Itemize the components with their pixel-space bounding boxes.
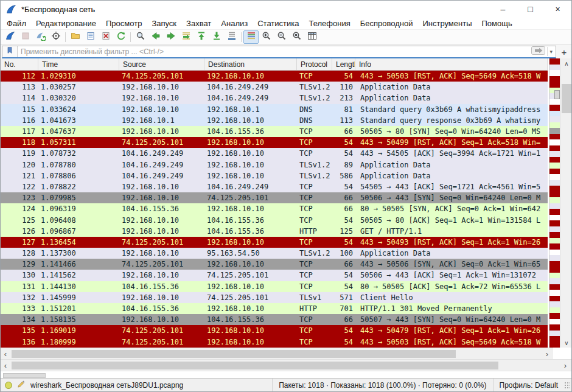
menu-item-0[interactable]: Файл bbox=[2, 18, 31, 29]
go-top-button[interactable] bbox=[194, 30, 209, 44]
packet-row[interactable]: 1241.096319104.16.155.36192.168.10.10TCP… bbox=[1, 203, 548, 214]
packet-row[interactable]: 1251.096408192.168.10.10104.16.155.36TCP… bbox=[1, 214, 548, 225]
resize-grip[interactable] bbox=[564, 382, 570, 389]
packet-row[interactable]: 1231.079985192.168.10.1074.125.205.101TC… bbox=[1, 192, 548, 203]
profile-selector[interactable]: Профиль: Default bbox=[493, 379, 565, 391]
capture-comment-pencil-icon[interactable] bbox=[17, 380, 26, 390]
vertical-scrollbar-thumb[interactable] bbox=[562, 84, 571, 113]
auto-scroll-button[interactable] bbox=[224, 30, 239, 44]
packet-no: 115 bbox=[1, 105, 38, 114]
packet-row[interactable]: 1361.18099974.125.205.101192.168.10.10TC… bbox=[1, 337, 548, 348]
packet-row[interactable]: 1181.05731174.125.205.101192.168.10.10TC… bbox=[1, 137, 548, 148]
packet-row[interactable]: 1201.078780104.16.249.249192.168.10.10TL… bbox=[1, 159, 548, 170]
capture-options-button[interactable] bbox=[48, 30, 63, 44]
find-packet-button[interactable] bbox=[133, 30, 148, 44]
apply-filter-button[interactable] bbox=[531, 46, 546, 58]
minimap-stripe bbox=[549, 238, 560, 244]
packet-row[interactable]: 1321.145999192.168.10.1074.125.205.101TL… bbox=[1, 292, 548, 303]
packet-row[interactable]: 1171.047637192.168.10.10104.16.155.36TCP… bbox=[1, 126, 548, 137]
horizontal-scrollbar-thumb[interactable] bbox=[12, 350, 456, 358]
go-back-button[interactable] bbox=[148, 30, 163, 44]
zoom-reset-icon bbox=[292, 31, 302, 43]
go-forward-button[interactable] bbox=[163, 30, 178, 44]
zoom-reset-button[interactable] bbox=[289, 30, 304, 44]
column-header-destination[interactable]: Destination bbox=[204, 58, 297, 70]
menu-item-2[interactable]: Просмотр bbox=[101, 18, 147, 29]
reload-file-button[interactable] bbox=[113, 30, 128, 44]
horizontal-scrollbar-thumb[interactable] bbox=[12, 362, 498, 369]
minimap-stripe bbox=[549, 290, 560, 296]
packet-no: 116 bbox=[1, 116, 38, 125]
start-capture-button[interactable] bbox=[2, 30, 18, 44]
horizontal-scrollbar-list[interactable]: ‹ › bbox=[1, 348, 553, 359]
open-file-button[interactable] bbox=[68, 30, 83, 44]
packet-row[interactable]: 1291.14146674.125.205.101192.168.10.10TC… bbox=[1, 259, 548, 270]
zoom-in-button[interactable] bbox=[259, 30, 274, 44]
column-header-protocol[interactable]: Protocol bbox=[297, 58, 332, 70]
save-file-button[interactable] bbox=[83, 30, 98, 44]
packet-src: 192.168.10.10 bbox=[119, 216, 204, 225]
horizontal-scrollbar-lower[interactable]: ‹ › bbox=[1, 359, 571, 371]
menu-item-5[interactable]: Анализ bbox=[216, 18, 253, 29]
packet-row[interactable]: 1221.078822192.168.10.10104.16.249.249TC… bbox=[1, 181, 548, 192]
menu-item-10[interactable]: Помощь bbox=[477, 18, 517, 29]
menu-item-1[interactable]: Редактирование bbox=[31, 18, 101, 29]
packet-dst: 192.168.10.10 bbox=[204, 326, 297, 335]
menu-item-8[interactable]: Беспроводной bbox=[355, 18, 418, 29]
packet-time: 1.078806 bbox=[38, 172, 119, 180]
packet-row[interactable]: 1161.041673192.168.10.1192.168.10.10DNS1… bbox=[1, 115, 548, 126]
stop-capture-button[interactable] bbox=[18, 30, 33, 44]
packet-row[interactable]: 1261.096867192.168.10.10104.16.155.36HTT… bbox=[1, 226, 548, 237]
resize-columns-button[interactable] bbox=[304, 30, 319, 44]
menu-item-9[interactable]: Инструменты bbox=[417, 18, 476, 29]
filter-history-dropdown[interactable]: ▾ bbox=[547, 47, 556, 56]
scroll-left-arrow-icon[interactable]: ‹ bbox=[1, 348, 10, 359]
packet-row[interactable]: 1151.033624192.168.10.10192.168.10.1DNS8… bbox=[1, 104, 548, 115]
colorize-button[interactable] bbox=[243, 30, 259, 44]
packet-row[interactable]: 1271.13645474.125.205.101192.168.10.10TC… bbox=[1, 237, 548, 248]
packet-row[interactable]: 1121.02931074.125.205.101192.168.10.10TC… bbox=[1, 71, 548, 82]
packet-row[interactable]: 1211.078806104.16.249.249192.168.10.10TL… bbox=[1, 170, 548, 181]
filter-bookmark-button[interactable] bbox=[2, 46, 18, 57]
menu-item-4[interactable]: Захват bbox=[181, 18, 216, 29]
menu-item-7[interactable]: Телефония bbox=[304, 18, 355, 29]
restart-capture-button[interactable] bbox=[33, 30, 48, 44]
scroll-right-arrow-icon[interactable]: › bbox=[542, 348, 552, 359]
go-bottom-button[interactable] bbox=[209, 30, 224, 44]
column-header-info[interactable]: Info bbox=[355, 58, 548, 70]
minimap-stripe bbox=[549, 301, 560, 307]
packet-row[interactable]: 1191.078732104.16.249.249192.168.10.10TC… bbox=[1, 148, 548, 159]
column-header-source[interactable]: Source bbox=[119, 58, 204, 70]
column-header-no[interactable]: No. bbox=[1, 58, 38, 70]
column-header-length[interactable]: Length bbox=[332, 58, 355, 70]
go-to-packet-button[interactable] bbox=[178, 30, 194, 44]
zoom-out-button[interactable] bbox=[274, 30, 289, 44]
add-filter-button[interactable]: + bbox=[559, 47, 570, 57]
packet-dst: 192.168.10.10 bbox=[204, 338, 297, 346]
column-header-time[interactable]: Time bbox=[38, 58, 119, 70]
packet-row[interactable]: 1281.137300192.168.10.1095.163.54.50TLSv… bbox=[1, 248, 548, 259]
close-file-button[interactable] bbox=[98, 30, 113, 44]
menu-item-6[interactable]: Статистика bbox=[253, 18, 304, 29]
display-filter-input[interactable]: Применить дисплейный фильтр ... <Ctrl-/>… bbox=[2, 46, 556, 58]
packet-row[interactable]: 1311.144130104.16.155.36192.168.10.10TCP… bbox=[1, 281, 548, 292]
scroll-up-arrow-icon[interactable]: ∧ bbox=[560, 58, 572, 68]
expert-info-icon[interactable] bbox=[5, 382, 12, 389]
close-button[interactable]: × bbox=[544, 1, 571, 18]
maximize-button[interactable]: □ bbox=[517, 1, 544, 18]
packet-no: 129 bbox=[1, 260, 38, 268]
scroll-right-arrow-icon[interactable]: › bbox=[560, 360, 570, 371]
packet-row[interactable]: 1331.151201104.16.155.36192.168.10.10HTT… bbox=[1, 303, 548, 314]
vertical-scrollbar[interactable]: ∧ ∨ bbox=[560, 58, 572, 348]
packet-row[interactable]: 1131.030257192.168.10.10104.16.249.249TL… bbox=[1, 82, 548, 93]
minimize-button[interactable]: – bbox=[489, 1, 517, 18]
packet-row[interactable]: 1341.158135192.168.10.10104.16.155.36TCP… bbox=[1, 314, 548, 325]
packet-row[interactable]: 1351.16901974.125.205.101192.168.10.10TC… bbox=[1, 325, 548, 336]
packet-row[interactable]: 1141.030320192.168.10.10104.16.249.249TL… bbox=[1, 93, 548, 103]
menu-item-3[interactable]: Запуск bbox=[147, 18, 181, 29]
scroll-left-arrow-icon[interactable]: ‹ bbox=[1, 360, 10, 371]
packet-row[interactable]: 1301.141562192.168.10.1074.125.205.101TC… bbox=[1, 270, 548, 281]
collapsed-pane-handle[interactable] bbox=[3, 373, 46, 378]
scroll-down-arrow-icon[interactable]: ∨ bbox=[560, 338, 572, 348]
intelligent-scrollbar-minimap[interactable] bbox=[549, 58, 560, 348]
